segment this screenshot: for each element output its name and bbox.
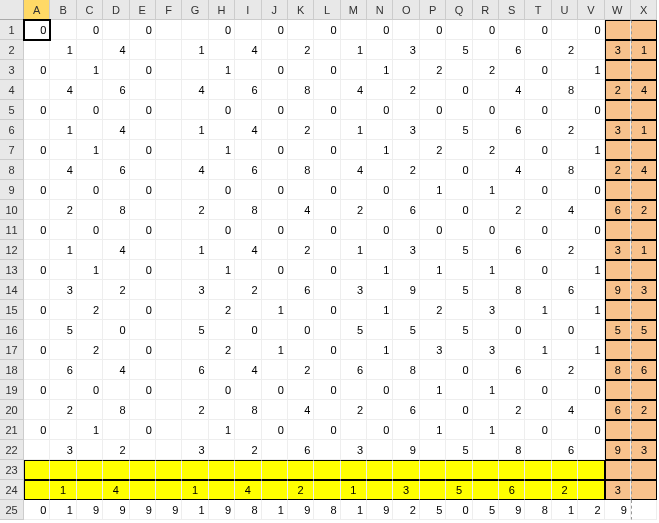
row-header-2[interactable]: 2 <box>0 40 24 60</box>
cell-S9[interactable] <box>499 180 525 200</box>
cell-A16[interactable] <box>24 320 50 340</box>
cell-V9[interactable]: 0 <box>578 180 604 200</box>
cell-E9[interactable]: 0 <box>130 180 156 200</box>
cell-N23[interactable] <box>367 460 393 480</box>
cell-M11[interactable] <box>341 220 367 240</box>
cell-M5[interactable] <box>341 100 367 120</box>
cell-F5[interactable] <box>156 100 182 120</box>
cell-M4[interactable]: 4 <box>341 80 367 100</box>
cell-R24[interactable] <box>473 480 499 500</box>
cell-G2[interactable]: 1 <box>182 40 208 60</box>
cell-C10[interactable] <box>77 200 103 220</box>
col-header-J[interactable]: J <box>262 0 288 20</box>
cell-V6[interactable] <box>578 120 604 140</box>
cell-G22[interactable]: 3 <box>182 440 208 460</box>
cell-M14[interactable]: 3 <box>341 280 367 300</box>
cell-O7[interactable] <box>393 140 419 160</box>
cell-F22[interactable] <box>156 440 182 460</box>
cell-F24[interactable] <box>156 480 182 500</box>
cell-O18[interactable]: 8 <box>393 360 419 380</box>
cell-L3[interactable]: 0 <box>314 60 340 80</box>
row-header-4[interactable]: 4 <box>0 80 24 100</box>
cell-K12[interactable]: 2 <box>288 240 314 260</box>
cell-I10[interactable]: 8 <box>235 200 261 220</box>
cell-I18[interactable]: 4 <box>235 360 261 380</box>
cell-V4[interactable] <box>578 80 604 100</box>
cell-H19[interactable]: 0 <box>209 380 235 400</box>
cell-T22[interactable] <box>525 440 551 460</box>
cell-F3[interactable] <box>156 60 182 80</box>
cell-I5[interactable] <box>235 100 261 120</box>
cell-J8[interactable] <box>262 160 288 180</box>
cell-L18[interactable] <box>314 360 340 380</box>
cell-W11[interactable] <box>605 220 631 240</box>
col-header-L[interactable]: L <box>314 0 340 20</box>
cell-E11[interactable]: 0 <box>130 220 156 240</box>
cell-Q18[interactable]: 0 <box>446 360 472 380</box>
cell-Q14[interactable]: 5 <box>446 280 472 300</box>
cell-K14[interactable]: 6 <box>288 280 314 300</box>
cell-E1[interactable]: 0 <box>130 20 156 40</box>
cell-B17[interactable] <box>50 340 76 360</box>
cell-K13[interactable] <box>288 260 314 280</box>
cell-S6[interactable]: 6 <box>499 120 525 140</box>
cell-K4[interactable]: 8 <box>288 80 314 100</box>
cell-G7[interactable] <box>182 140 208 160</box>
cell-P18[interactable] <box>420 360 446 380</box>
cell-A8[interactable] <box>24 160 50 180</box>
cell-I22[interactable]: 2 <box>235 440 261 460</box>
cell-W25[interactable]: 9 <box>605 500 631 520</box>
cell-F20[interactable] <box>156 400 182 420</box>
cell-J22[interactable] <box>262 440 288 460</box>
cell-C17[interactable]: 2 <box>77 340 103 360</box>
cell-G16[interactable]: 5 <box>182 320 208 340</box>
row-header-24[interactable]: 24 <box>0 480 24 500</box>
cell-B21[interactable] <box>50 420 76 440</box>
row-header-20[interactable]: 20 <box>0 400 24 420</box>
cell-O16[interactable]: 5 <box>393 320 419 340</box>
cell-P10[interactable] <box>420 200 446 220</box>
cell-G19[interactable] <box>182 380 208 400</box>
cell-B7[interactable] <box>50 140 76 160</box>
cell-P1[interactable]: 0 <box>420 20 446 40</box>
cell-G18[interactable]: 6 <box>182 360 208 380</box>
cell-I7[interactable] <box>235 140 261 160</box>
cell-K9[interactable] <box>288 180 314 200</box>
cell-N6[interactable] <box>367 120 393 140</box>
cell-K18[interactable]: 2 <box>288 360 314 380</box>
cell-Q10[interactable]: 0 <box>446 200 472 220</box>
cell-I21[interactable] <box>235 420 261 440</box>
cell-R5[interactable]: 0 <box>473 100 499 120</box>
cell-R1[interactable]: 0 <box>473 20 499 40</box>
cell-L22[interactable] <box>314 440 340 460</box>
cell-T3[interactable]: 0 <box>525 60 551 80</box>
cell-A20[interactable] <box>24 400 50 420</box>
cell-V3[interactable]: 1 <box>578 60 604 80</box>
cell-A4[interactable] <box>24 80 50 100</box>
cell-I16[interactable]: 0 <box>235 320 261 340</box>
cell-P9[interactable]: 1 <box>420 180 446 200</box>
cell-V5[interactable]: 0 <box>578 100 604 120</box>
cell-J14[interactable] <box>262 280 288 300</box>
cell-V25[interactable]: 2 <box>578 500 604 520</box>
cell-A10[interactable] <box>24 200 50 220</box>
cell-I6[interactable]: 4 <box>235 120 261 140</box>
row-header-22[interactable]: 22 <box>0 440 24 460</box>
cell-Q15[interactable] <box>446 300 472 320</box>
cell-V24[interactable] <box>578 480 604 500</box>
cell-O25[interactable]: 2 <box>393 500 419 520</box>
cell-N21[interactable]: 0 <box>367 420 393 440</box>
cell-K11[interactable] <box>288 220 314 240</box>
cell-W1[interactable] <box>605 20 631 40</box>
cell-L14[interactable] <box>314 280 340 300</box>
cell-T14[interactable] <box>525 280 551 300</box>
cell-G4[interactable]: 4 <box>182 80 208 100</box>
cell-Q24[interactable]: 5 <box>446 480 472 500</box>
cell-M18[interactable]: 6 <box>341 360 367 380</box>
cell-C6[interactable] <box>77 120 103 140</box>
col-header-D[interactable]: D <box>103 0 129 20</box>
cell-O6[interactable]: 3 <box>393 120 419 140</box>
cell-Q23[interactable] <box>446 460 472 480</box>
cell-W14[interactable]: 9 <box>605 280 631 300</box>
cell-X6[interactable]: 1 <box>631 120 657 140</box>
